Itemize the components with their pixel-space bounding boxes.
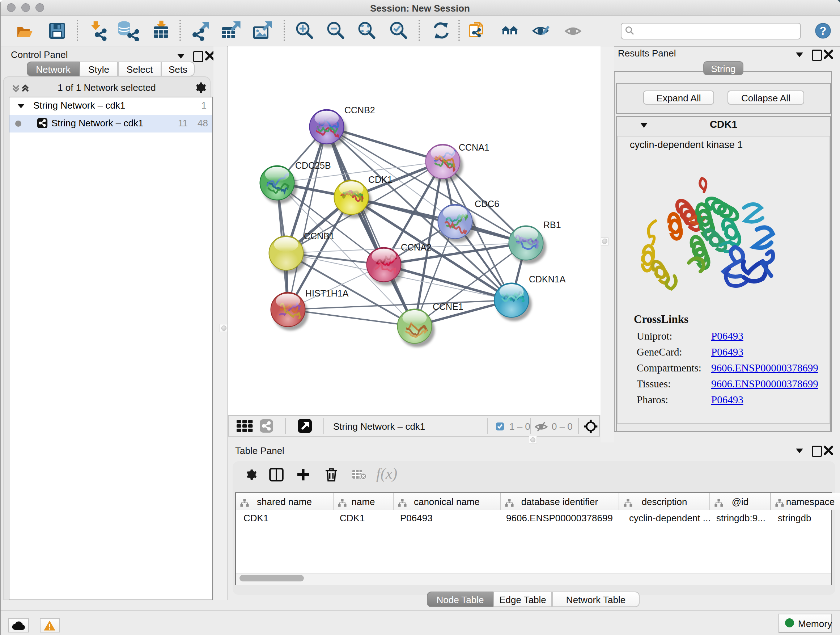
svg-text:CDK1: CDK1 [368, 174, 393, 185]
svg-text:HIST1H1A: HIST1H1A [305, 288, 349, 298]
svg-text:CCNA1: CCNA1 [459, 142, 489, 152]
svg-text:CDKN1A: CDKN1A [529, 274, 566, 284]
svg-text:CCNA2: CCNA2 [401, 242, 431, 252]
svg-text:CCNB2: CCNB2 [344, 105, 375, 115]
svg-text:CDC6: CDC6 [475, 199, 499, 209]
svg-text:CDC25B: CDC25B [295, 160, 331, 171]
svg-text:?: ? [820, 25, 827, 37]
svg-text:CCNE1: CCNE1 [433, 302, 463, 312]
svg-text:CCNB1: CCNB1 [304, 231, 335, 241]
svg-text:RB1: RB1 [543, 220, 561, 230]
